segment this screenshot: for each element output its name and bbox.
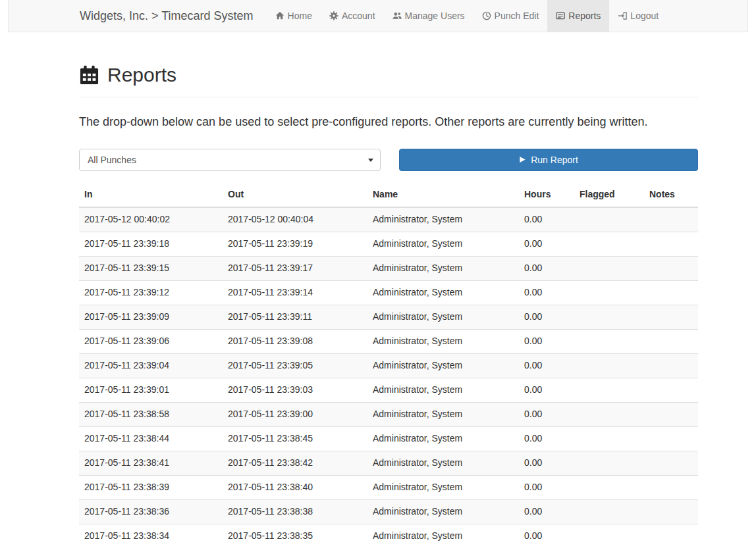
col-header-hours: Hours <box>519 183 574 207</box>
nav-item-label: Home <box>288 11 312 21</box>
cell-in: 2017-05-11 23:38:36 <box>79 499 223 524</box>
cell-flagged <box>574 402 644 426</box>
cell-out: 2017-05-11 23:39:05 <box>223 353 367 378</box>
cell-name: Administrator, System <box>367 280 519 305</box>
cell-in: 2017-05-11 23:39:01 <box>79 378 223 402</box>
cell-name: Administrator, System <box>367 305 519 329</box>
cell-out: 2017-05-11 23:39:14 <box>223 280 367 305</box>
nav-item-manage-users[interactable]: Manage Users <box>384 0 473 32</box>
cell-notes <box>644 499 698 524</box>
table-row: 2017-05-11 23:39:152017-05-11 23:39:17Ad… <box>79 256 698 280</box>
cell-out: 2017-05-11 23:39:11 <box>223 305 367 329</box>
punches-table-head: In Out Name Hours Flagged Notes <box>79 183 698 207</box>
navbar-inner: Widgets, Inc. > Timecard System Home <box>80 0 747 32</box>
cell-out: 2017-05-11 23:38:40 <box>223 475 367 499</box>
nav-item-punch-edit[interactable]: Punch Edit <box>473 0 548 32</box>
col-header-flagged: Flagged <box>574 183 644 207</box>
main-content: Reports The drop-down below can be used … <box>79 64 698 548</box>
table-row: 2017-05-11 23:39:062017-05-11 23:39:08Ad… <box>79 329 698 353</box>
cell-flagged <box>574 280 644 305</box>
reports-icon <box>556 11 565 20</box>
cell-in: 2017-05-11 23:38:34 <box>79 524 223 547</box>
nav-item-reports[interactable]: Reports <box>547 0 609 32</box>
cell-hours: 0.00 <box>519 524 574 547</box>
cell-hours: 0.00 <box>519 353 574 378</box>
cell-out: 2017-05-11 23:39:08 <box>223 329 367 353</box>
cell-out: 2017-05-11 23:39:03 <box>223 378 367 402</box>
cell-in: 2017-05-11 23:39:04 <box>79 353 223 378</box>
run-report-button[interactable]: Run Report <box>399 149 698 171</box>
cell-notes <box>644 524 698 547</box>
table-row: 2017-05-11 23:39:182017-05-11 23:39:19Ad… <box>79 232 698 256</box>
cell-hours: 0.00 <box>519 426 574 451</box>
cell-notes <box>644 305 698 329</box>
header-row: In Out Name Hours Flagged Notes <box>79 183 698 207</box>
report-select-wrap: All Punches <box>79 149 381 171</box>
nav-item-logout[interactable]: Logout <box>609 0 667 32</box>
nav-item-label: Account <box>342 11 375 21</box>
col-header-in: In <box>79 183 223 207</box>
report-controls: All Punches Run Report <box>79 149 698 171</box>
cell-hours: 0.00 <box>519 232 574 256</box>
cell-flagged <box>574 524 644 547</box>
navbar-brand[interactable]: Widgets, Inc. > Timecard System <box>80 0 267 32</box>
cell-notes <box>644 207 698 232</box>
cell-out: 2017-05-12 00:40:04 <box>223 207 367 232</box>
play-icon <box>519 156 526 163</box>
col-header-out: Out <box>223 183 367 207</box>
cell-in: 2017-05-11 23:39:18 <box>79 232 223 256</box>
table-row: 2017-05-11 23:39:122017-05-11 23:39:14Ad… <box>79 280 698 305</box>
table-row: 2017-05-11 23:38:412017-05-11 23:38:42Ad… <box>79 451 698 475</box>
cell-flagged <box>574 353 644 378</box>
clock-icon <box>482 11 491 20</box>
punches-table: In Out Name Hours Flagged Notes 2017-05-… <box>79 183 698 548</box>
cell-notes <box>644 256 698 280</box>
cell-name: Administrator, System <box>367 451 519 475</box>
navbar: Widgets, Inc. > Timecard System Home <box>8 0 748 32</box>
nav-item-account[interactable]: Account <box>321 0 384 32</box>
cell-in: 2017-05-11 23:38:44 <box>79 426 223 451</box>
cell-flagged <box>574 305 644 329</box>
cell-name: Administrator, System <box>367 207 519 232</box>
cell-out: 2017-05-11 23:39:19 <box>223 232 367 256</box>
nav-item-home[interactable]: Home <box>267 0 321 32</box>
cell-flagged <box>574 451 644 475</box>
cell-hours: 0.00 <box>519 256 574 280</box>
cell-in: 2017-05-12 00:40:02 <box>79 207 223 232</box>
report-select[interactable]: All Punches <box>79 149 381 171</box>
cell-hours: 0.00 <box>519 451 574 475</box>
cell-flagged <box>574 329 644 353</box>
cell-out: 2017-05-11 23:38:35 <box>223 524 367 547</box>
calendar-icon <box>79 65 99 86</box>
nav-links: Home Account <box>267 0 668 32</box>
table-row: 2017-05-11 23:39:012017-05-11 23:39:03Ad… <box>79 378 698 402</box>
nav-item-label: Manage Users <box>405 11 465 21</box>
cell-in: 2017-05-11 23:39:15 <box>79 256 223 280</box>
home-icon <box>275 11 284 20</box>
cell-name: Administrator, System <box>367 353 519 378</box>
cell-flagged <box>574 475 644 499</box>
cell-flagged <box>574 499 644 524</box>
cell-flagged <box>574 256 644 280</box>
col-header-name: Name <box>367 183 519 207</box>
cell-in: 2017-05-11 23:38:58 <box>79 402 223 426</box>
cell-name: Administrator, System <box>367 402 519 426</box>
punches-table-body: 2017-05-12 00:40:022017-05-12 00:40:04Ad… <box>79 207 698 548</box>
table-row: 2017-05-12 00:40:022017-05-12 00:40:04Ad… <box>79 207 698 232</box>
cell-name: Administrator, System <box>367 499 519 524</box>
cell-notes <box>644 353 698 378</box>
cell-flagged <box>574 207 644 232</box>
cell-name: Administrator, System <box>367 475 519 499</box>
header-divider <box>79 97 698 97</box>
cell-hours: 0.00 <box>519 499 574 524</box>
cell-hours: 0.00 <box>519 378 574 402</box>
logout-icon <box>618 11 627 20</box>
nav-item-label: Punch Edit <box>495 11 539 21</box>
cell-flagged <box>574 232 644 256</box>
cell-name: Administrator, System <box>367 256 519 280</box>
nav-item-label: Logout <box>630 11 659 21</box>
users-icon <box>392 11 402 20</box>
table-row: 2017-05-11 23:38:392017-05-11 23:38:40Ad… <box>79 475 698 499</box>
table-row: 2017-05-11 23:38:582017-05-11 23:39:00Ad… <box>79 402 698 426</box>
cell-notes <box>644 280 698 305</box>
